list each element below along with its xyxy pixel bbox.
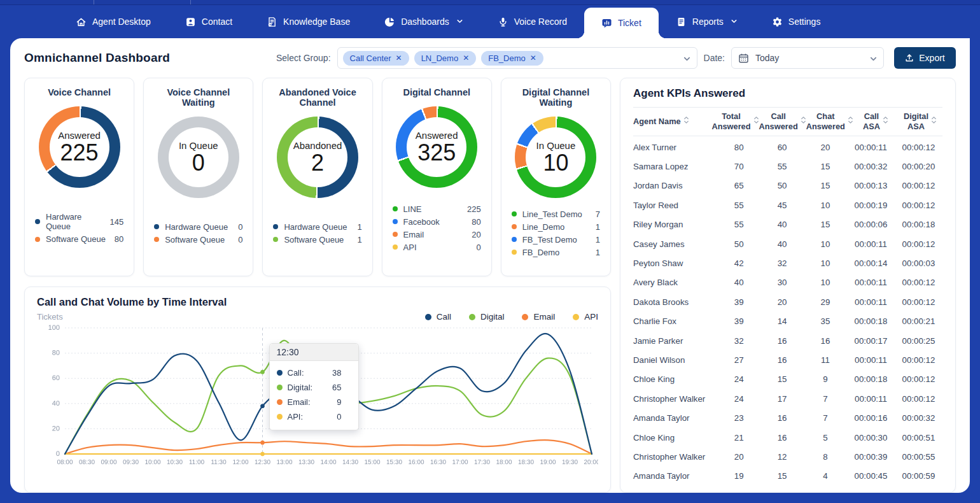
group-tag[interactable]: FB_Demo✕ (481, 51, 543, 66)
table-cell: 20 (804, 143, 847, 152)
table-cell: 65 (717, 181, 760, 190)
table-cell: 00:00:18 (847, 316, 895, 326)
legend-value: 80 (472, 217, 480, 227)
donut-chart: In Queue10 (515, 117, 596, 198)
microphone-icon (498, 17, 508, 27)
table-header-col-6[interactable]: Digital ASA (898, 111, 942, 132)
browser-strip (0, 0, 980, 5)
date-select[interactable]: Today (731, 47, 884, 69)
table-header-col-3[interactable]: Call Answered (759, 111, 806, 132)
column-label: Chat Answered (806, 111, 845, 132)
dashboard-content: Voice ChannelAnswered225Hardware Queue14… (24, 78, 956, 493)
legend-label: Software Queue (284, 235, 344, 244)
table-header-col-2[interactable]: Total Answered (711, 111, 759, 132)
sort-icon[interactable] (801, 116, 806, 127)
nav-item-contact[interactable]: Contact (168, 5, 249, 38)
table-cell: Alex Turner (633, 143, 717, 152)
table-cell: 80 (717, 143, 760, 152)
chart-legend: CallDigitalEmailAPI (425, 312, 598, 322)
group-tags: Call Center✕LN_Demo✕FB_Demo✕ (343, 51, 543, 66)
sort-icon[interactable] (753, 116, 759, 127)
group-tag[interactable]: LN_Demo✕ (414, 51, 477, 66)
chart-legend-item-call[interactable]: Call (425, 312, 451, 322)
legend-item: Facebook80 (393, 217, 481, 227)
page-title: Omnichannel Dashboard (24, 51, 170, 65)
table-cell: 00:00:12 (895, 181, 942, 190)
table-cell: 15 (804, 162, 847, 171)
sort-icon[interactable] (848, 116, 853, 127)
table-cell: 00:00:51 (895, 433, 942, 443)
nav-item-voice-record[interactable]: Voice Record (480, 5, 584, 38)
nav-item-knowledge-base[interactable]: Knowledge Base (249, 5, 367, 38)
donut-center: Answered225 (39, 106, 120, 188)
donut-center: Abandoned2 (277, 117, 358, 198)
legend-label: Line_Test Demo (522, 209, 582, 219)
table-cell: 00:00:21 (895, 316, 942, 326)
chart-legend-item-api[interactable]: API (573, 312, 598, 322)
kpi-legend: Hardware Queue145Software Queue80 (34, 188, 125, 268)
kpi-card-2: Voice Channel WaitingIn Queue0Hardware Q… (143, 78, 253, 276)
chart-legend-item-digital[interactable]: Digital (469, 312, 505, 322)
column-label: Call Answered (759, 111, 798, 132)
legend-dot-icon (393, 219, 398, 224)
remove-tag-icon[interactable]: ✕ (530, 54, 536, 62)
table-cell: Jordan Davis (633, 181, 717, 190)
legend-value: 1 (357, 235, 361, 244)
nav-item-reports[interactable]: Reports (659, 5, 755, 38)
date-label: Date: (704, 53, 725, 63)
home-icon (76, 17, 87, 27)
donut-center: Answered325 (396, 106, 477, 188)
table-cell: 21 (717, 433, 760, 443)
legend-dot-icon (154, 237, 159, 242)
table-row: Chloe King2415900:00:1800:00:12 (633, 374, 942, 384)
table-cell: 00:00:11 (847, 143, 895, 152)
sort-icon[interactable] (883, 116, 888, 127)
table-cell: Christopher Walker (633, 394, 717, 404)
main-nav: Agent DesktopContactKnowledge BaseDashbo… (0, 5, 980, 38)
agent-kpi-panel: Agent KPIs Answered Agent NameTotal Answ… (620, 78, 956, 493)
table-header-col-4[interactable]: Chat Answered (806, 111, 853, 132)
tooltip-series-label: Call: (288, 368, 304, 378)
table-cell: 16 (760, 336, 804, 346)
nav-item-agent-desktop[interactable]: Agent Desktop (59, 5, 168, 38)
table-cell: Peyton Shaw (633, 259, 717, 268)
report-doc-icon (676, 17, 687, 27)
donut-center-value: 2 (311, 151, 324, 175)
table-row: Amanda Taylor2316700:00:1600:00:32 (633, 413, 942, 423)
donut-center-value: 0 (192, 151, 205, 175)
group-select[interactable]: Call Center✕LN_Demo✕FB_Demo✕ (337, 47, 697, 69)
contact-card-icon (185, 17, 196, 27)
legend-dot-icon (425, 314, 431, 320)
table-row: Casey James50401000:00:1100:00:12 (633, 239, 942, 249)
table-cell: 32 (717, 336, 760, 346)
table-cell: Amanda Taylor (633, 471, 717, 481)
legend-item: Line_Demo1 (512, 222, 600, 232)
tooltip-series-label: Digital: (288, 383, 313, 392)
table-cell: 00:00:11 (847, 394, 895, 404)
sort-icon[interactable] (683, 116, 689, 127)
chart-legend-label: API (584, 312, 598, 322)
group-tag-label: LN_Demo (421, 53, 459, 63)
kpi-legend: LINE225Facebook80Email20API0 (391, 188, 482, 268)
table-cell: 10 (804, 201, 847, 210)
table-cell: 00:00:12 (895, 355, 942, 365)
sort-icon[interactable] (931, 116, 937, 127)
tooltip-time: 12:30 (270, 344, 358, 361)
chevron-down-icon[interactable] (683, 55, 691, 63)
table-cell: 39 (717, 316, 760, 326)
group-tag[interactable]: Call Center✕ (343, 51, 409, 66)
nav-item-ticket[interactable]: Ticket (584, 8, 659, 38)
table-cell: 16 (804, 336, 847, 346)
nav-item-dashboards[interactable]: Dashboards (367, 5, 480, 38)
table-header-col-5[interactable]: Call ASA (853, 111, 898, 132)
kpi-card-4: Digital ChannelAnswered325LINE225Faceboo… (382, 78, 492, 276)
export-button[interactable]: Export (894, 47, 956, 69)
table-cell: 00:00:12 (895, 374, 942, 384)
remove-tag-icon[interactable]: ✕ (396, 54, 402, 62)
chart-legend-item-email[interactable]: Email (522, 312, 555, 322)
chevron-down-icon[interactable] (869, 55, 878, 63)
nav-item-settings[interactable]: Settings (755, 5, 838, 38)
chart-area: 12:30 Call:38Digital:65Email:9API:0 (37, 323, 598, 472)
remove-tag-icon[interactable]: ✕ (463, 54, 469, 62)
table-header-col-1[interactable]: Agent Name (633, 111, 711, 132)
